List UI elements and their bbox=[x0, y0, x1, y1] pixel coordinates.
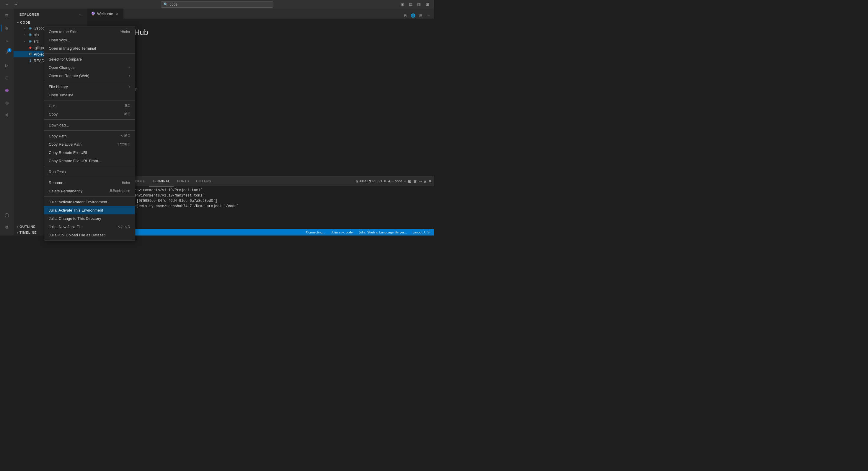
terminal-chevron-up[interactable]: ∧ bbox=[424, 179, 427, 183]
context-menu-delete[interactable]: Delete Permanently ⌘Backspace bbox=[44, 187, 135, 195]
toggle-panel-icon[interactable]: ▤ bbox=[407, 1, 414, 8]
welcome-link-doc1[interactable]: tation bbox=[99, 55, 422, 59]
select-compare-label: Select for Compare bbox=[49, 57, 82, 61]
back-button[interactable]: ← bbox=[4, 1, 10, 8]
run-debug-icon: ▷ bbox=[5, 63, 8, 68]
timeline-chevron: › bbox=[17, 231, 18, 234]
context-menu-select-compare[interactable]: Select for Compare bbox=[44, 55, 135, 63]
context-menu-cut[interactable]: Cut ⌘X bbox=[44, 101, 135, 110]
sidebar-header: EXPLORER ··· bbox=[13, 8, 87, 19]
context-menu-new-julia-file[interactable]: Julia: New Julia File ⌥J ⌥N bbox=[44, 223, 135, 231]
tab-close-welcome[interactable]: ✕ bbox=[115, 11, 120, 16]
remote-activity-icon[interactable]: ◎ bbox=[1, 97, 13, 109]
context-menu-file-history[interactable]: File History › bbox=[44, 83, 135, 91]
copy-path-shortcut: ⌥⌘C bbox=[120, 134, 130, 138]
split-editor-icon[interactable]: ⊞ bbox=[417, 12, 424, 19]
language-server-label: Julia: Starting Language Server... bbox=[359, 231, 407, 234]
context-menu-download[interactable]: Download... bbox=[44, 121, 135, 129]
file-history-label: File History bbox=[49, 85, 68, 89]
delete-label: Delete Permanently bbox=[49, 189, 82, 193]
terminal-area: OUTPUT DEBUG CONSOLE TERMINAL PORTS GITL… bbox=[87, 176, 434, 229]
context-menu-copy-remote-url[interactable]: Copy Remote File URL bbox=[44, 148, 135, 156]
settings-activity-icon[interactable]: ⚙ bbox=[1, 221, 13, 233]
explorer-activity-icon[interactable]: ⎘ bbox=[1, 22, 13, 34]
terminal-add-icon[interactable]: + bbox=[404, 179, 407, 183]
welcome-startup-checkbox[interactable]: ome page on startup bbox=[99, 87, 422, 91]
status-connecting[interactable]: Connecting... bbox=[305, 229, 327, 235]
welcome-link-doc2[interactable]: n Documentation bbox=[99, 62, 422, 66]
context-menu-run-tests[interactable]: Run Tests bbox=[44, 168, 135, 176]
status-layout[interactable]: Layout: U.S. bbox=[411, 229, 432, 235]
context-menu-open-side[interactable]: Open to the Side ^Enter bbox=[44, 28, 135, 36]
welcome-link-connector[interactable]: o connector bbox=[99, 71, 422, 75]
accounts-activity-icon[interactable]: ◯ bbox=[1, 209, 13, 221]
terminal-split-icon[interactable]: ⊞ bbox=[408, 179, 411, 183]
context-menu-activate-this[interactable]: Julia: Activate This Environment bbox=[44, 206, 135, 214]
context-menu-open-timeline[interactable]: Open Timeline bbox=[44, 91, 135, 99]
new-julia-file-shortcut: ⌥J ⌥N bbox=[117, 225, 130, 229]
tab-welcome[interactable]: 🔮 Welcome ✕ bbox=[87, 8, 123, 19]
terminal-close-icon[interactable]: ✕ bbox=[428, 179, 432, 183]
copy-shortcut: ⌘C bbox=[124, 112, 130, 116]
context-menu-rename[interactable]: Rename... Enter bbox=[44, 178, 135, 187]
sidebar-more-button[interactable]: ··· bbox=[78, 11, 84, 18]
title-bar-actions: ▣ ▤ ▥ ⊞ bbox=[399, 1, 430, 8]
search-bar[interactable]: 🔍 code bbox=[161, 1, 273, 8]
folder-chevron-src: › bbox=[22, 39, 27, 43]
layout-icon[interactable]: ⊞ bbox=[424, 1, 430, 8]
copy-label: Copy bbox=[49, 112, 58, 116]
terminal-tab-bar: OUTPUT DEBUG CONSOLE TERMINAL PORTS GITL… bbox=[87, 176, 434, 186]
terminal-tab-terminal[interactable]: TERMINAL bbox=[149, 176, 174, 186]
toggle-secondary-icon[interactable]: ▥ bbox=[416, 1, 422, 8]
terminal-trash-icon[interactable]: 🗑 bbox=[413, 179, 417, 183]
search-activity-icon[interactable]: ⌕ bbox=[1, 35, 13, 47]
welcome-section-connector: o connector umentation bbox=[99, 71, 422, 82]
context-menu-open-changes[interactable]: Open Changes › bbox=[44, 63, 135, 71]
context-menu-activate-parent[interactable]: Julia: Activate Parent Environment bbox=[44, 198, 135, 206]
menu-activity-icon[interactable]: ☰ bbox=[1, 10, 13, 22]
run-tests-label: Run Tests bbox=[49, 170, 66, 174]
terminal-tab-gitlens[interactable]: GITLENS bbox=[192, 176, 215, 186]
more-actions-icon[interactable]: ··· bbox=[425, 12, 432, 19]
context-menu-open-terminal[interactable]: Open in Integrated Terminal bbox=[44, 44, 135, 52]
context-menu-copy[interactable]: Copy ⌘C bbox=[44, 110, 135, 118]
status-language-server[interactable]: Julia: Starting Language Server... bbox=[358, 229, 408, 235]
open-editors-icon[interactable]: ⎘ bbox=[402, 12, 409, 19]
context-menu-change-directory[interactable]: Julia: Change to This Directory bbox=[44, 214, 135, 223]
separator-2 bbox=[44, 81, 135, 81]
activate-this-label: Julia: Activate This Environment bbox=[49, 208, 103, 212]
activate-parent-label: Julia: Activate Parent Environment bbox=[49, 200, 107, 204]
gitlens-activity-icon[interactable]: ⑆ bbox=[1, 109, 13, 121]
folder-icon-src: ◉ bbox=[28, 39, 32, 43]
status-julia-env[interactable]: Julia env: code bbox=[330, 229, 354, 235]
forward-button[interactable]: → bbox=[12, 1, 19, 8]
rename-label: Rename... bbox=[49, 180, 66, 185]
welcome-link-workspace[interactable]: ace bbox=[99, 46, 422, 50]
separator-5 bbox=[44, 130, 135, 130]
hamburger-icon: ☰ bbox=[5, 13, 8, 18]
timeline-label: TIMELINE bbox=[20, 231, 37, 234]
sidebar-actions: ··· bbox=[78, 11, 84, 18]
context-menu-copy-remote-url-from[interactable]: Copy Remote File URL From... bbox=[44, 156, 135, 165]
delete-shortcut: ⌘Backspace bbox=[109, 189, 130, 193]
broadcast-icon[interactable]: 🌐 bbox=[410, 12, 416, 19]
context-menu-upload-dataset[interactable]: JuliaHub: Upload File as Dataset bbox=[44, 231, 135, 235]
tab-bar: 🔮 Welcome ✕ ⎘ 🌐 ⊞ ··· bbox=[87, 8, 434, 19]
julia-activity-icon[interactable]: ◉ bbox=[1, 84, 13, 96]
debug-activity-icon[interactable]: ▷ bbox=[1, 59, 13, 71]
context-menu-copy-path[interactable]: Copy Path ⌥⌘C bbox=[44, 132, 135, 140]
context-menu-open-remote[interactable]: Open on Remote (Web) › bbox=[44, 71, 135, 80]
scm-activity-icon[interactable]: ⑂ 1 bbox=[1, 47, 13, 59]
download-label: Download... bbox=[49, 123, 69, 127]
welcome-link-umentation[interactable]: umentation bbox=[99, 78, 422, 82]
terminal-more-icon[interactable]: ··· bbox=[418, 179, 422, 183]
context-menu-copy-relative-path[interactable]: Copy Relative Path ⇧⌥⌘C bbox=[44, 140, 135, 148]
folder-chevron-bin: › bbox=[22, 32, 27, 37]
context-menu-open-with[interactable]: Open With... bbox=[44, 36, 135, 44]
cut-shortcut: ⌘X bbox=[124, 104, 130, 108]
toggle-sidebar-icon[interactable]: ▣ bbox=[399, 1, 406, 8]
open-timeline-label: Open Timeline bbox=[49, 93, 73, 97]
terminal-tab-ports[interactable]: PORTS bbox=[174, 176, 192, 186]
tree-root-code[interactable]: ▾ CODE bbox=[13, 20, 87, 25]
extensions-activity-icon[interactable]: ⊞ bbox=[1, 72, 13, 84]
